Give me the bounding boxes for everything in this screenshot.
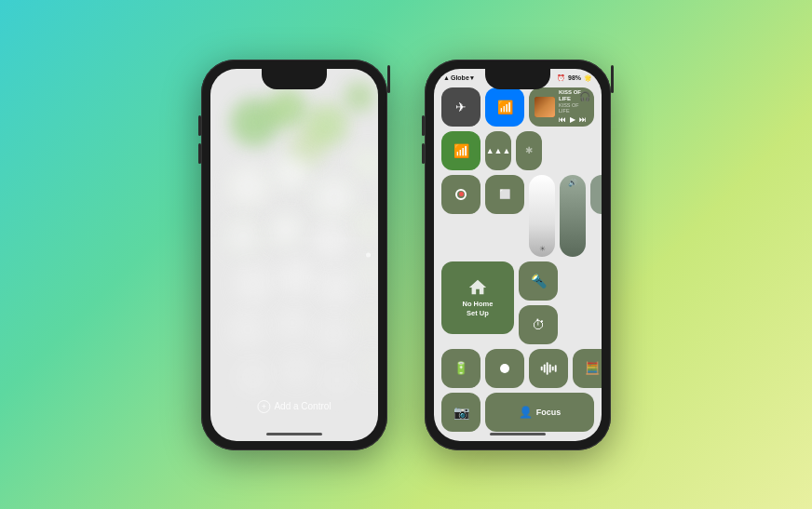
airplane-icon: ✈ <box>455 100 467 114</box>
add-icon: + <box>257 400 270 413</box>
battery-tile[interactable]: 🔋 <box>441 349 480 388</box>
wifi-icon: 📶 <box>497 100 513 114</box>
album-art <box>535 97 555 117</box>
screen-record-icon <box>455 189 467 200</box>
battery-yellow: 🌟 <box>584 74 592 82</box>
soundwave-icon <box>540 362 557 375</box>
svg-rect-1 <box>544 364 546 372</box>
battery-percent: 98% <box>568 74 581 81</box>
dot-icon <box>500 364 509 373</box>
add-control-button[interactable]: + Add a Control <box>257 400 331 413</box>
cc-row-5: 🔋 🧮 <box>441 349 594 388</box>
svg-rect-0 <box>541 366 543 370</box>
torch-icon: 🔦 <box>531 274 547 288</box>
calculator-icon: 🧮 <box>585 361 600 375</box>
now-playing-tile[interactable]: KISS OF LIFE KISS OF LIFE ⏮ ▶ ⏭ 🎧 <box>529 87 594 127</box>
home-indicator-1 <box>266 433 322 435</box>
cc-row-2: 📶 ▲▲▲ ✱ <box>441 131 594 170</box>
screen-record-tile[interactable] <box>441 175 480 214</box>
add-control-label: Add a Control <box>274 401 331 411</box>
timer-icon: ⏱ <box>532 317 545 332</box>
volume-slider[interactable]: 🔊 <box>560 175 586 257</box>
signal-tile[interactable]: ▲▲▲ <box>485 131 511 170</box>
alarm-icon: ⏰ <box>557 74 565 82</box>
wifi-tile-green[interactable]: 📶 <box>441 131 480 170</box>
torch-tile[interactable]: 🔦 <box>519 261 558 301</box>
cc-row-4: No Home Set Up 🔦 ⏱ <box>441 261 594 344</box>
camera-tile[interactable]: 📷 <box>441 393 480 432</box>
volume-icon: 🔊 <box>568 179 577 187</box>
signal-icon: ▲▲▲ <box>486 146 511 155</box>
spacer <box>547 131 589 170</box>
svg-rect-2 <box>547 362 548 375</box>
timer-tile[interactable]: ⏱ <box>519 305 558 344</box>
focus-tile[interactable]: 👤 Focus <box>485 393 594 432</box>
focus-label: Focus <box>536 408 562 417</box>
home-icon <box>467 277 488 298</box>
headphone-tile[interactable]: 🎧 <box>590 175 602 214</box>
status-left: ▲ Globe ▾ <box>443 74 474 82</box>
torch-timer-stack: 🔦 ⏱ <box>519 261 558 344</box>
cc-row-3: ⬜ ☀ 🔊 🎧 <box>441 175 594 257</box>
bluetooth-icon: ✱ <box>525 145 533 155</box>
mirror-tile[interactable]: ⬜ <box>485 175 524 214</box>
focus-person-icon: 👤 <box>519 406 533 419</box>
control-center-grid: ✈ 📶 KISS OF LIFE KISS OF LIFE <box>434 84 602 435</box>
soundwave-tile[interactable] <box>529 349 568 388</box>
camera-icon: 📷 <box>453 405 469 420</box>
phone-2: ▲ Globe ▾ ⏰ 98% 🌟 ✈ 📶 <box>425 60 611 450</box>
track-artist: KISS OF LIFE <box>559 102 589 114</box>
calculator-tile[interactable]: 🧮 <box>573 349 602 388</box>
status-right: ⏰ 98% 🌟 <box>557 74 592 82</box>
mirror-icon: ⬜ <box>499 189 510 199</box>
cc-row-1: ✈ 📶 KISS OF LIFE KISS OF LIFE <box>441 87 594 127</box>
bluetooth-tile[interactable]: ✱ <box>516 131 542 170</box>
wifi-tile-active[interactable]: 📶 <box>485 87 524 127</box>
carrier-name: Globe <box>451 74 469 81</box>
screen-dot-tile[interactable] <box>485 349 524 388</box>
notch-1 <box>262 69 327 89</box>
notch-2 <box>485 69 550 89</box>
playback-controls: ⏮ ▶ ⏭ <box>559 115 589 124</box>
svg-rect-5 <box>555 365 557 372</box>
home-tile[interactable]: No Home Set Up <box>441 261 514 334</box>
headphone-icon-np: 🎧 <box>579 91 590 101</box>
battery-tile-icon: 🔋 <box>453 361 468 375</box>
airplane-mode-tile[interactable]: ✈ <box>441 87 480 127</box>
home-indicator-2 <box>490 433 546 435</box>
svg-rect-4 <box>552 366 554 370</box>
no-home-text: No Home Set Up <box>463 300 494 318</box>
cc-row-6: 📷 👤 Focus <box>441 393 594 432</box>
brightness-icon: ☀ <box>539 245 546 253</box>
wifi-icon-2: 📶 <box>453 143 469 158</box>
bokeh-background <box>210 69 378 441</box>
phone-1: + Add a Control <box>201 60 387 450</box>
svg-rect-3 <box>549 364 551 372</box>
brightness-slider[interactable]: ☀ <box>529 175 555 257</box>
